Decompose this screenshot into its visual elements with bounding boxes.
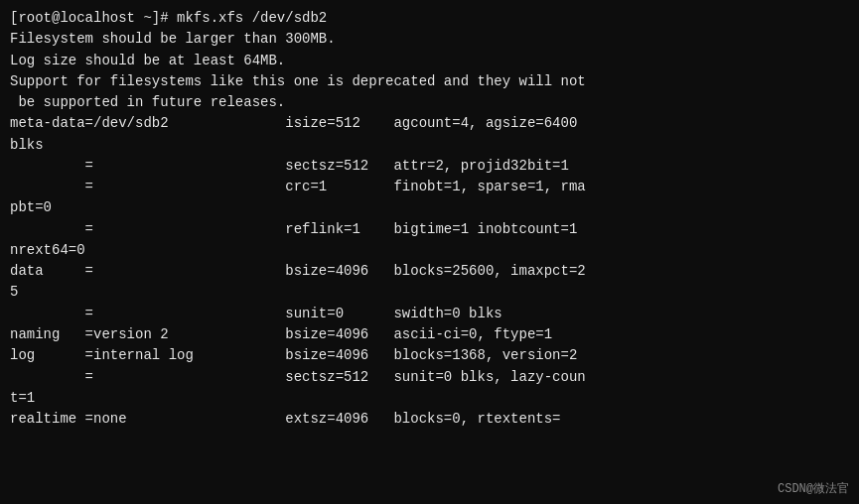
terminal-line: [root@localhost ~]# mkfs.xfs /dev/sdb2 xyxy=(10,8,849,29)
terminal-line: = reflink=1 bigtime=1 inobtcount=1 xyxy=(10,219,849,240)
terminal-line: blks xyxy=(10,135,849,156)
watermark: CSDN@微法官 xyxy=(778,480,849,498)
terminal-line: = sectsz=512 attr=2, projid32bit=1 xyxy=(10,156,849,177)
terminal-line: data = bsize=4096 blocks=25600, imaxpct=… xyxy=(10,261,849,282)
terminal-line: t=1 xyxy=(10,388,849,409)
terminal-line: = sunit=0 swidth=0 blks xyxy=(10,304,849,324)
terminal-line: nrext64=0 xyxy=(10,240,849,261)
terminal-line: Log size should be at least 64MB. xyxy=(10,51,849,71)
terminal-line: = sectsz=512 sunit=0 blks, lazy-coun xyxy=(10,367,849,388)
terminal-line: meta-data=/dev/sdb2 isize=512 agcount=4,… xyxy=(10,113,849,134)
terminal-line: 5 xyxy=(10,282,849,303)
terminal-line: be supported in future releases. xyxy=(10,92,849,113)
terminal-line: Support for filesystems like this one is… xyxy=(10,71,849,92)
terminal-line: pbt=0 xyxy=(10,197,849,218)
terminal-line: realtime =none extsz=4096 blocks=0, rtex… xyxy=(10,409,849,430)
terminal-line: naming =version 2 bsize=4096 ascii-ci=0,… xyxy=(10,324,849,345)
terminal-line: = crc=1 finobt=1, sparse=1, rma xyxy=(10,177,849,197)
terminal-line: log =internal log bsize=4096 blocks=1368… xyxy=(10,345,849,366)
terminal-window: [root@localhost ~]# mkfs.xfs /dev/sdb2Fi… xyxy=(0,0,859,504)
terminal-line: Filesystem should be larger than 300MB. xyxy=(10,29,849,50)
